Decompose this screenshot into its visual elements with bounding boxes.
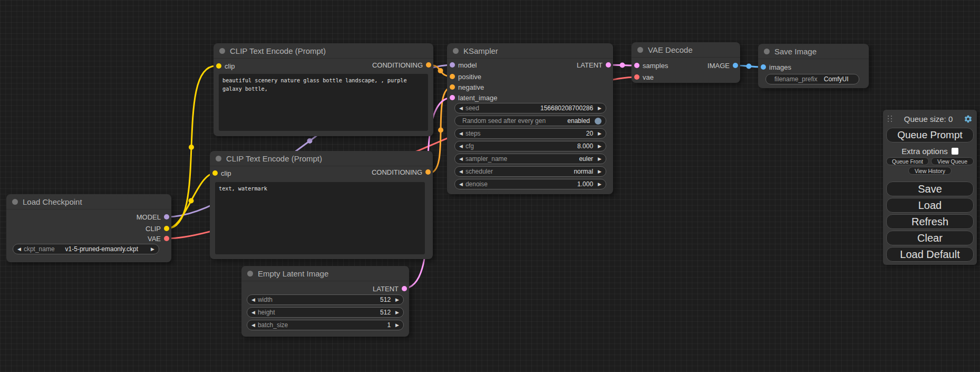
prompt-textarea[interactable]: text, watermark [215, 182, 425, 254]
input-dot-clip[interactable] [216, 63, 221, 69]
collapse-dot-icon[interactable] [453, 48, 459, 54]
toggle-circle-icon[interactable] [595, 118, 601, 125]
view-queue-button[interactable]: View Queue [931, 157, 974, 165]
collapse-dot-icon[interactable] [216, 156, 221, 161]
decrement-arrow-icon[interactable] [459, 157, 463, 161]
queue-prompt-button[interactable]: Queue Prompt [886, 128, 974, 142]
input-dot-clip[interactable] [212, 170, 218, 176]
prompt-textarea[interactable]: beautiful scenery nature glass bottle la… [219, 74, 428, 131]
increment-arrow-icon[interactable] [598, 131, 601, 136]
steps-widget[interactable]: steps 20 [454, 128, 606, 139]
node-save-image[interactable]: Save Image images filename_prefix ComfyU… [758, 44, 869, 88]
node-clip-text-encode-negative[interactable]: CLIP Text Encode (Prompt) clip CONDITION… [210, 151, 433, 259]
output-dot-vae[interactable] [164, 236, 169, 241]
node-header[interactable]: CLIP Text Encode (Prompt) [210, 151, 433, 166]
load-button[interactable]: Load [886, 198, 974, 213]
input-slot-positive[interactable]: positive [450, 72, 481, 81]
collapse-dot-icon[interactable] [637, 47, 643, 53]
input-slot-samples[interactable]: samples [634, 61, 668, 70]
increment-arrow-icon[interactable] [395, 298, 399, 302]
input-slot-clip[interactable]: clip [212, 169, 231, 177]
node-header[interactable]: Save Image [758, 44, 869, 59]
decrement-arrow-icon[interactable] [251, 298, 255, 302]
input-slot-latent-image[interactable]: latent_image [450, 93, 497, 102]
increment-arrow-icon[interactable] [598, 106, 601, 111]
input-slot-clip[interactable]: clip [216, 62, 235, 70]
decrement-arrow-icon[interactable] [459, 169, 463, 174]
output-slot-latent[interactable]: LATENT [577, 61, 611, 69]
input-dot-positive[interactable] [450, 74, 455, 79]
output-dot-image[interactable] [733, 63, 738, 68]
input-slot-negative[interactable]: negative [450, 83, 484, 91]
output-slot-latent[interactable]: LATENT [373, 284, 407, 293]
node-header[interactable]: CLIP Text Encode (Prompt) [214, 43, 433, 59]
scheduler-widget[interactable]: scheduler normal [454, 166, 606, 177]
decrement-arrow-icon[interactable] [459, 131, 463, 136]
input-dot-vae[interactable] [634, 74, 639, 80]
node-empty-latent-image[interactable]: Empty Latent Image LATENT width 512 heig… [241, 266, 409, 337]
increment-arrow-icon[interactable] [598, 182, 601, 187]
output-slot-conditioning[interactable]: CONDITIONING [372, 168, 431, 176]
drag-handle-icon[interactable] [888, 116, 893, 122]
decrement-arrow-icon[interactable] [459, 144, 463, 149]
input-dot-model[interactable] [450, 62, 455, 68]
output-dot-model[interactable] [164, 214, 169, 220]
output-slot-image[interactable]: IMAGE [707, 61, 738, 70]
decrement-arrow-icon[interactable] [251, 323, 255, 328]
settings-gear-icon[interactable] [964, 115, 973, 123]
collapse-dot-icon[interactable] [247, 271, 253, 276]
input-slot-images[interactable]: images [761, 63, 791, 71]
node-graph-canvas[interactable]: Load Checkpoint MODEL CLIP VAE ckpt_name… [0, 0, 980, 372]
load-default-button[interactable]: Load Default [886, 247, 974, 262]
increment-arrow-icon[interactable] [395, 323, 399, 328]
ckpt-name-widget[interactable]: ckpt_name v1-5-pruned-emaonly.ckpt [13, 244, 159, 254]
node-vae-decode[interactable]: VAE Decode samples vae IMAGE [632, 42, 740, 83]
refresh-button[interactable]: Refresh [886, 214, 974, 229]
node-clip-text-encode-positive[interactable]: CLIP Text Encode (Prompt) clip CONDITION… [214, 43, 433, 136]
node-load-checkpoint[interactable]: Load Checkpoint MODEL CLIP VAE ckpt_name… [6, 194, 171, 262]
height-widget[interactable]: height 512 [247, 307, 404, 318]
random-seed-toggle-widget[interactable]: Random seed after every gen enabled [454, 116, 606, 126]
decrement-arrow-icon[interactable] [251, 310, 255, 315]
width-widget[interactable]: width 512 [247, 294, 404, 305]
increment-arrow-icon[interactable] [151, 247, 154, 252]
node-header[interactable]: Load Checkpoint [6, 194, 171, 209]
decrement-arrow-icon[interactable] [17, 247, 21, 252]
output-dot-conditioning[interactable] [426, 62, 431, 68]
increment-arrow-icon[interactable] [598, 157, 601, 161]
output-dot-latent[interactable] [402, 286, 407, 291]
increment-arrow-icon[interactable] [395, 310, 399, 315]
input-dot-latent-image[interactable] [450, 95, 455, 100]
node-ksampler[interactable]: KSampler model positive negative latent_… [447, 43, 613, 194]
sampler-name-widget[interactable]: sampler_name euler [454, 154, 606, 164]
output-dot-conditioning[interactable] [425, 169, 431, 175]
input-slot-vae[interactable]: vae [634, 73, 654, 81]
output-slot-vae[interactable]: VAE [148, 234, 169, 243]
queue-front-button[interactable]: Queue Front [886, 157, 929, 165]
collapse-dot-icon[interactable] [219, 48, 225, 54]
output-dot-clip[interactable] [164, 226, 169, 231]
increment-arrow-icon[interactable] [598, 144, 601, 149]
filename-prefix-widget[interactable]: filename_prefix ComfyUI [765, 74, 859, 84]
batch-size-widget[interactable]: batch_size 1 [247, 320, 404, 330]
extra-options-checkbox[interactable] [952, 148, 958, 155]
output-slot-model[interactable]: MODEL [137, 213, 169, 221]
decrement-arrow-icon[interactable] [459, 182, 463, 187]
input-dot-negative[interactable] [450, 84, 455, 90]
node-header[interactable]: KSampler [447, 43, 613, 59]
view-history-button[interactable]: View History [908, 167, 952, 175]
cfg-widget[interactable]: cfg 8.000 [454, 141, 606, 151]
output-dot-latent[interactable] [606, 62, 611, 68]
output-slot-conditioning[interactable]: CONDITIONING [372, 61, 431, 69]
node-header[interactable]: Empty Latent Image [241, 266, 409, 281]
collapse-dot-icon[interactable] [764, 49, 770, 54]
collapse-dot-icon[interactable] [12, 199, 18, 205]
decrement-arrow-icon[interactable] [459, 106, 463, 111]
input-dot-samples[interactable] [634, 63, 639, 68]
denoise-widget[interactable]: denoise 1.000 [454, 179, 606, 189]
seed-widget[interactable]: seed 156680208700286 [454, 103, 606, 113]
node-header[interactable]: VAE Decode [632, 42, 740, 58]
output-slot-clip[interactable]: CLIP [145, 224, 169, 233]
increment-arrow-icon[interactable] [598, 169, 601, 174]
input-slot-model[interactable]: model [450, 61, 477, 69]
